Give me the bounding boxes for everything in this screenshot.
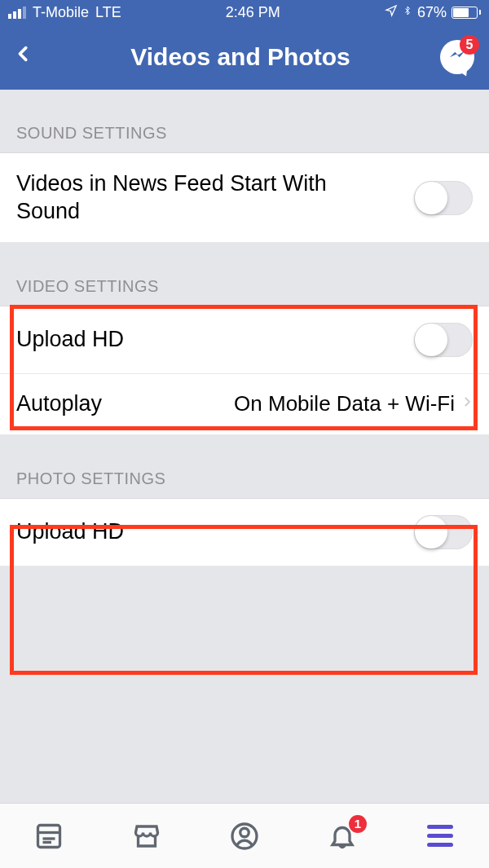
tab-menu[interactable] [422,818,458,854]
svg-rect-0 [38,825,60,847]
notifications-badge: 1 [349,815,367,833]
autoplay-value: On Mobile Data + Wi-Fi [234,391,455,416]
tab-newsfeed[interactable] [31,818,67,854]
network-label: LTE [95,4,121,21]
back-button[interactable] [15,40,47,74]
status-right: 67% [385,3,481,22]
bluetooth-icon [403,3,412,22]
hamburger-icon [427,825,453,847]
row-video-upload-hd[interactable]: Upload HD [0,306,489,374]
section-header-video: VIDEO SETTINGS [0,243,489,306]
location-icon [385,4,398,21]
status-left: T-Mobile LTE [8,4,121,21]
row-label: Videos in News Feed Start With Sound [16,170,414,226]
section-header-sound: SOUND SETTINGS [0,90,489,153]
toggle-videos-sound[interactable] [414,181,473,215]
battery-pct: 67% [417,4,447,21]
row-photo-upload-hd[interactable]: Upload HD [0,499,489,566]
status-bar: T-Mobile LTE 2:46 PM 67% [0,0,489,24]
section-header-photo: PHOTO SETTINGS [0,435,489,499]
carrier-label: T-Mobile [33,4,89,21]
toggle-photo-upload-hd[interactable] [414,515,473,549]
chevron-right-icon [461,391,473,416]
row-label: Upload HD [16,518,148,546]
page-title: Videos and Photos [47,43,434,71]
toggle-video-upload-hd[interactable] [414,323,473,357]
row-videos-start-sound[interactable]: Videos in News Feed Start With Sound [0,153,489,243]
tab-profile[interactable] [227,818,262,854]
row-autoplay[interactable]: Autoplay On Mobile Data + Wi-Fi [0,374,489,435]
messenger-button[interactable]: 5 [434,40,474,74]
svg-point-5 [240,828,249,837]
row-label: Upload HD [16,326,148,354]
tab-marketplace[interactable] [129,818,165,854]
battery-icon [452,7,481,19]
tab-notifications[interactable]: 1 [324,818,360,854]
clock: 2:46 PM [226,4,280,21]
row-label: Autoplay [16,390,126,418]
nav-header: Videos and Photos 5 [0,24,489,90]
signal-icon [8,7,26,19]
messenger-badge: 5 [460,35,479,55]
tab-bar: 1 [0,803,489,868]
